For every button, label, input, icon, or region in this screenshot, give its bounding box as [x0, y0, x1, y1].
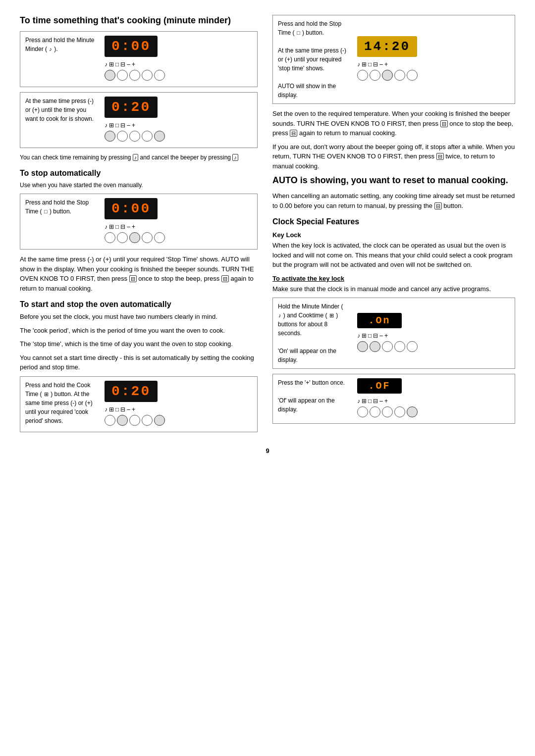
circle-2c	[117, 232, 128, 243]
key-lock2-circle-row	[357, 406, 418, 417]
circle-5b-active	[154, 131, 165, 142]
key-lock-instruction: Hold the Minute Minder ( ♪ ) and Cooktim…	[273, 298, 352, 368]
circle-4e	[394, 70, 405, 81]
stop-auto-circle-row	[105, 232, 165, 243]
ctrl-plus-b: +	[132, 122, 135, 129]
key-lock-box-2: Press the '+' button once. 'Of' will app…	[272, 374, 515, 424]
circle-2g	[370, 406, 380, 417]
auto-stop-display-area: 14:20 ♪ ⊞ □ ⊟ – +	[352, 15, 515, 103]
icon-return-manual2: ⊟	[436, 153, 444, 160]
box2-circle-row	[105, 131, 165, 142]
key-lock-heading: Key Lock	[272, 231, 515, 239]
key-lock2-display-area: .OF ♪ ⊞ □ ⊟ – +	[352, 374, 515, 423]
circle-4c	[142, 232, 153, 243]
circle-4b	[142, 131, 153, 142]
key-lock-para: When the key lock is activated, the cloc…	[272, 241, 515, 270]
minute-minder-heading: To time something that's cooking (minute…	[20, 15, 258, 26]
box2-display-area: 0:20 ♪ ⊞ □ ⊟ – +	[100, 93, 257, 148]
circle-3g	[382, 406, 393, 417]
circle-5c	[154, 232, 165, 243]
cook-time-icon: ⊞	[44, 391, 49, 397]
circle-3c-active	[129, 232, 140, 243]
start-stop-box-1: Press and hold the Cook Time ( ⊞ ) butto…	[20, 376, 258, 432]
auto-stop-ctrl-row: ♪ ⊞ □ ⊟ – +	[357, 61, 388, 68]
circle-5e	[407, 70, 418, 81]
circle-4f	[394, 341, 405, 352]
stop-auto-ctrl-row: ♪ ⊞ □ ⊟ – +	[105, 223, 135, 230]
ctrl-icon-1b: ♪	[105, 122, 107, 129]
circle-3d	[129, 415, 140, 426]
activate-para: Make sure that the clock is in manual mo…	[272, 284, 515, 294]
ctrl-icon-3: □	[115, 61, 119, 68]
box1-circle-row	[105, 70, 165, 81]
kl-minute-icon: ♪	[278, 312, 281, 318]
circle-1g	[357, 406, 368, 417]
circle-2b	[117, 131, 128, 142]
start-stop-instruction: Press and hold the Cook Time ( ⊞ ) butto…	[20, 377, 100, 432]
auto-stop-instruction: Press and hold the Stop Time ( □ ) butto…	[273, 15, 352, 103]
circle-3f	[382, 341, 393, 352]
key-lock2-ctrl-row: ♪ ⊞ □ ⊟ – +	[357, 398, 388, 404]
circle-5f	[407, 341, 418, 352]
circle-2	[117, 70, 128, 81]
stop-box-instruction: Press and hold the Stop Time ( □ ) butto…	[20, 194, 100, 249]
return-manual-icon: ⊟	[221, 275, 229, 282]
key-lock-display-area: .On ♪ ⊞ □ ⊟ – +	[352, 298, 515, 368]
box2-ctrl-row: ♪ ⊞ □ ⊟ – +	[105, 122, 135, 129]
ctrl-icon-4b: ⊟	[120, 122, 125, 129]
auto-para1: Set the oven to the required temperature…	[272, 109, 515, 138]
box1-display-area: 0:00 ♪ ⊞ □ ⊟ – +	[100, 32, 257, 87]
right-column: Press and hold the Stop Time ( □ ) butto…	[272, 15, 515, 437]
beep-stop-icon: ⊟	[129, 275, 137, 282]
clock-features-heading: Clock Special Features	[272, 217, 515, 226]
auto-stop-digit-display: 14:20	[357, 36, 417, 57]
circle-1f-active	[357, 341, 368, 352]
key-lock-digit-display: .On	[357, 313, 402, 328]
minute-minder-note: You can check time remaining by pressing…	[20, 153, 258, 162]
box1-instruction: Press and hold the Minute Minder ( ♪ ).	[20, 32, 100, 87]
check-icon: ♪	[133, 154, 139, 161]
stop-auto-heading: To stop automatically	[20, 169, 258, 178]
ctrl-plus: +	[132, 61, 135, 68]
start-stop-para3: The 'stop time', which is the time of da…	[20, 339, 258, 349]
icon-manual-return: ⊟	[434, 202, 442, 209]
page-layout: To time something that's cooking (minute…	[20, 15, 515, 437]
box1-ctrl-row: ♪ ⊞ □ ⊟ – +	[105, 61, 135, 68]
icon-return-manual: ⊟	[290, 130, 297, 137]
key-lock-circle-row	[357, 341, 418, 352]
circle-5	[154, 70, 165, 81]
circle-1c	[105, 232, 115, 243]
circle-4g	[394, 406, 405, 417]
circle-5g-active	[407, 406, 418, 417]
circle-2e	[370, 70, 380, 81]
key-lock-ctrl-row: ♪ ⊞ □ ⊟ – +	[357, 332, 388, 339]
ctrl-minus-b: –	[127, 122, 130, 129]
kl-cook-icon: ⊞	[329, 312, 334, 318]
start-stop-para2: The 'cook period', which is the period o…	[20, 326, 258, 336]
circle-4d	[142, 415, 153, 426]
left-column: To time something that's cooking (minute…	[20, 15, 258, 437]
auto-stop-circle-row	[357, 70, 418, 81]
circle-1-active	[105, 70, 115, 81]
box2-instruction: At the same time press (-) or (+) until …	[20, 93, 100, 148]
stop-auto-para: At the same time press (-) or (+) until …	[20, 254, 258, 293]
stop-auto-box-1: Press and hold the Stop Time ( □ ) butto…	[20, 194, 258, 250]
box1-digit-display: 0:00	[105, 36, 158, 57]
start-stop-digit-display: 0:20	[105, 381, 158, 402]
auto-stop-box: Press and hold the Stop Time ( □ ) butto…	[272, 15, 515, 104]
circle-2d-active	[117, 415, 128, 426]
circle-4	[142, 70, 153, 81]
ctrl-icon-1: ♪	[105, 61, 107, 68]
key-lock2-instruction: Press the '+' button once. 'Of' will app…	[273, 374, 352, 423]
circle-2f-active	[370, 341, 380, 352]
key-lock-box-1: Hold the Minute Minder ( ♪ ) and Cooktim…	[272, 298, 515, 369]
auto-reset-heading: AUTO is showing, you want to reset to ma…	[272, 175, 515, 186]
minute-minder-icon: ♪	[49, 46, 52, 52]
ctrl-icon-3b: □	[115, 122, 119, 129]
circle-3e-active	[382, 70, 393, 81]
ctrl-minus: –	[127, 61, 130, 68]
ctrl-icon-2: ⊞	[109, 61, 114, 68]
stop-auto-subheading: Use when you have started the oven manua…	[20, 181, 258, 190]
page-number: 9	[20, 447, 515, 454]
auto-stop-icon: □	[297, 30, 300, 36]
